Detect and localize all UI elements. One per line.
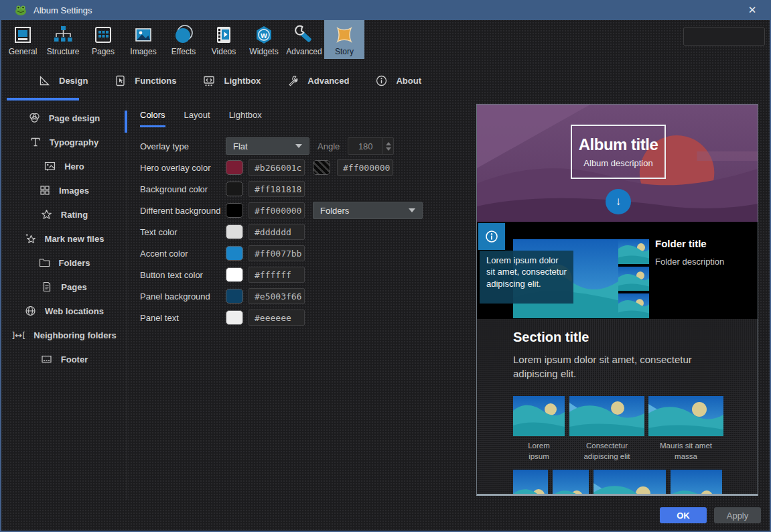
hex-value-field[interactable]: #ff181818 (249, 181, 305, 197)
hex-value-field[interactable]: #eeeeee (249, 310, 305, 326)
images-icon (132, 23, 155, 46)
toolbar-item-general[interactable]: General (3, 20, 43, 59)
app-logo-icon (15, 5, 27, 15)
color-swatch[interactable] (226, 224, 243, 239)
chevron-down-icon (295, 144, 302, 148)
panel-tab-colors[interactable]: Colors (140, 110, 165, 127)
color-swatch[interactable] (226, 246, 243, 261)
apply-button[interactable]: Apply (714, 507, 761, 523)
tab-label: Advanced (307, 76, 349, 86)
sidebar-item-web-locations[interactable]: Web locations (1, 299, 127, 323)
album-title: Album title (579, 135, 658, 154)
toolbar-label: General (9, 47, 38, 56)
sidebar-item-typography[interactable]: Typography (1, 130, 127, 154)
close-button[interactable]: ✕ (740, 0, 764, 20)
album-description: Album description (583, 158, 652, 168)
advanced-tab-wrench-icon (287, 75, 299, 86)
hex-value-field[interactable]: #b266001c (249, 159, 305, 176)
spinner-arrows[interactable] (382, 138, 393, 154)
tab-about[interactable]: About (376, 75, 421, 86)
field-label: Panel text (140, 313, 226, 323)
row-accent-color: Accent color #ff0077bb (140, 243, 476, 264)
sidebar-item-page-design[interactable]: Page design (1, 106, 127, 130)
row-text-color: Text color #dddddd (140, 221, 476, 243)
row-button-text-color: Button text color #ffffff (140, 264, 476, 285)
hex-value-field[interactable]: #dddddd (249, 224, 305, 240)
row-overlay-type: Overlay type Flat Angle 180 (140, 135, 476, 157)
thumbnail-partial (593, 470, 666, 496)
section-text: Lorem ipsum dolor sit amet, consectetur … (513, 352, 721, 381)
page-design-panel: Colors Layout Lightbox Overlay type Flat… (127, 102, 476, 532)
images-grid-icon (39, 184, 51, 196)
thumbnail-partial (671, 470, 722, 496)
sidebar-label: Rating (61, 210, 88, 220)
spinner-up-icon (386, 142, 391, 145)
chevron-down-icon (409, 208, 415, 212)
sidebar-item-mark-new-files[interactable]: Mark new files (1, 226, 127, 251)
advanced-wrench-icon (293, 23, 316, 46)
color-swatch[interactable] (226, 160, 243, 175)
main-toolbar: General Structure Pages Images Effects V… (1, 20, 770, 59)
toolbar-item-effects[interactable]: Effects (163, 20, 204, 59)
sidebar-item-pages[interactable]: Pages (1, 275, 127, 299)
toolbar-item-story[interactable]: Story (324, 20, 364, 59)
sidebar-item-footer[interactable]: Footer (1, 347, 127, 371)
sidebar-label: Images (59, 186, 89, 196)
tab-lightbox[interactable]: Lightbox (203, 75, 261, 86)
sidebar-item-hero[interactable]: Hero (1, 154, 127, 178)
thumbnail-partial (513, 470, 548, 496)
hex-value-field[interactable]: #ff000000 (249, 202, 305, 218)
tab-advanced[interactable]: Advanced (287, 75, 349, 86)
panel-tab-layout[interactable]: Layout (184, 110, 210, 125)
color-swatch-transparent[interactable] (313, 160, 330, 175)
tab-functions[interactable]: Functions (115, 75, 176, 86)
sidebar-item-folders[interactable]: Folders (1, 251, 127, 275)
toolbar-item-images[interactable]: Images (123, 20, 163, 59)
different-background-select[interactable]: Folders (313, 202, 423, 219)
search-input[interactable] (684, 32, 771, 42)
row-panel-text: Panel text #eeeeee (140, 307, 476, 328)
tab-design[interactable]: Design (39, 75, 88, 86)
videos-icon (212, 23, 235, 46)
selected-tab-underline (7, 98, 79, 101)
selected-value: Folders (320, 206, 349, 216)
pages-icon (92, 23, 115, 46)
ok-button[interactable]: OK (660, 507, 707, 523)
toolbar-item-structure[interactable]: Structure (43, 20, 83, 59)
page-icon (41, 281, 53, 293)
color-swatch[interactable] (226, 182, 243, 196)
color-swatch[interactable] (226, 203, 243, 218)
hex-value-field[interactable]: #ff0077bb (249, 245, 305, 261)
sidebar-item-neighboring-folders[interactable]: ]↔[ Neighboring folders (1, 323, 127, 347)
settings-sidebar: Page design Typography Hero Images Ratin… (1, 102, 127, 500)
panel-tab-lightbox[interactable]: Lightbox (229, 110, 262, 125)
toolbar-item-widgets[interactable]: w Widgets (244, 20, 284, 59)
field-label: Overlay type (140, 141, 226, 151)
toolbar-label: Videos (212, 47, 236, 56)
color-swatch[interactable] (226, 310, 243, 325)
color-swatch[interactable] (226, 289, 243, 304)
spinner-down-icon (386, 147, 391, 151)
thumbnail (648, 396, 723, 436)
tab-label: Functions (135, 76, 176, 86)
story-icon (333, 23, 356, 46)
field-label: Different background (140, 206, 226, 216)
toolbar-item-pages[interactable]: Pages (83, 20, 123, 59)
sidebar-label: Footer (61, 354, 88, 364)
toolbar-item-videos[interactable]: Videos (204, 20, 244, 59)
angle-label: Angle (318, 141, 340, 151)
sidebar-item-images[interactable]: Images (1, 178, 127, 202)
field-label: Button text color (140, 270, 226, 280)
hex-value-field[interactable]: #e5003f66 (249, 288, 305, 304)
hex-value-field[interactable]: #ffffff (249, 267, 305, 283)
angle-spinner[interactable]: 180 (348, 137, 394, 155)
hex-value-field[interactable]: #ff000000 (337, 159, 393, 176)
field-label: Background color (140, 184, 226, 194)
design-icon (39, 75, 50, 86)
overlay-type-select[interactable]: Flat (226, 137, 309, 155)
toolbar-item-advanced[interactable]: Advanced (284, 20, 324, 59)
thumbnail-caption: Consectetur adipiscing elit (576, 441, 638, 462)
color-swatch[interactable] (226, 267, 243, 282)
sidebar-label: Neighboring folders (33, 330, 117, 340)
sidebar-item-rating[interactable]: Rating (1, 202, 127, 226)
